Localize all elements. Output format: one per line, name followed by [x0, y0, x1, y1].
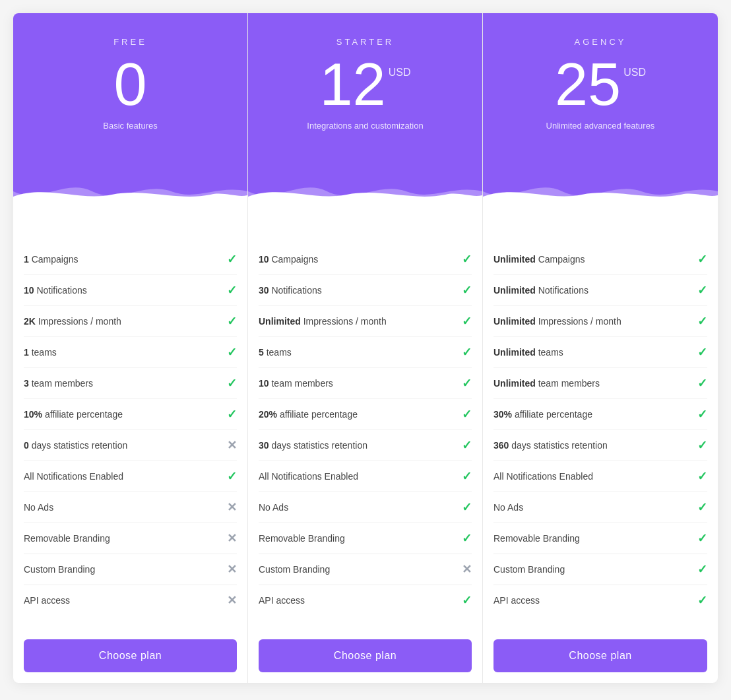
feature-row: Removable Branding✓ — [493, 523, 707, 554]
feature-text: 2K Impressions / month — [24, 316, 121, 327]
check-icon: ✓ — [697, 531, 707, 546]
choose-plan-button-starter[interactable]: Choose plan — [259, 639, 472, 672]
feature-text: Unlimited teams — [493, 347, 563, 358]
feature-text: Unlimited Notifications — [493, 285, 588, 296]
check-icon: ✓ — [462, 376, 472, 391]
feature-row: 360 days statistics retention✓ — [493, 430, 707, 461]
check-icon: ✓ — [697, 345, 707, 360]
feature-row: 10% affiliate percentage✓ — [24, 399, 237, 430]
feature-row: 30 Notifications✓ — [259, 275, 472, 306]
check-icon: ✓ — [462, 469, 472, 484]
feature-text: No Ads — [259, 502, 288, 513]
check-icon: ✓ — [462, 438, 472, 453]
feature-text: Unlimited team members — [493, 378, 600, 389]
plan-cta-wrap-agency: Choose plan — [483, 629, 718, 683]
feature-row: All Notifications Enabled✓ — [493, 461, 707, 492]
plan-subtitle-free: Basic features — [26, 121, 234, 144]
plan-cta-wrap-free: Choose plan — [13, 629, 247, 683]
plan-name-free: FREE — [26, 37, 234, 47]
plan-features-starter: 10 Campaigns✓30 Notifications✓Unlimited … — [248, 231, 482, 629]
feature-row: Unlimited teams✓ — [493, 337, 707, 368]
check-icon: ✓ — [227, 469, 237, 484]
feature-row: Removable Branding✓ — [259, 523, 472, 554]
feature-text: 30 days statistics retention — [259, 440, 367, 451]
feature-text: API access — [24, 595, 70, 606]
check-icon: ✓ — [462, 314, 472, 329]
feature-text: Unlimited Campaigns — [493, 254, 585, 265]
check-icon: ✓ — [227, 314, 237, 329]
cross-icon: ✕ — [227, 438, 237, 453]
feature-text: 10 team members — [259, 378, 333, 389]
check-icon: ✓ — [227, 283, 237, 298]
wave-free — [13, 172, 247, 205]
feature-text: API access — [493, 595, 540, 606]
plan-price-wrap-free: 0 — [26, 55, 234, 114]
feature-text: 3 team members — [24, 378, 93, 389]
plan-name-starter: STARTER — [261, 37, 469, 47]
feature-row: All Notifications Enabled✓ — [24, 461, 237, 492]
feature-row: 20% affiliate percentage✓ — [259, 399, 472, 430]
feature-row: API access✕ — [24, 585, 237, 616]
feature-text: Removable Branding — [259, 533, 345, 544]
feature-text: 30% affiliate percentage — [493, 409, 592, 420]
feature-row: No Ads✕ — [24, 492, 237, 523]
check-icon: ✓ — [697, 593, 707, 608]
feature-row: All Notifications Enabled✓ — [259, 461, 472, 492]
check-icon: ✓ — [697, 376, 707, 391]
feature-text: Custom Branding — [24, 564, 95, 575]
choose-plan-button-free[interactable]: Choose plan — [24, 639, 237, 672]
feature-text: Unlimited Impressions / month — [259, 316, 387, 327]
feature-row: 0 days statistics retention✕ — [24, 430, 237, 461]
feature-text: Removable Branding — [493, 533, 580, 544]
feature-row: 1 Campaigns✓ — [24, 244, 237, 275]
feature-row: Unlimited Impressions / month✓ — [259, 306, 472, 337]
feature-text: All Notifications Enabled — [259, 471, 358, 482]
feature-text: 10 Notifications — [24, 285, 87, 296]
check-icon: ✓ — [462, 407, 472, 422]
cross-icon: ✕ — [227, 562, 237, 577]
plan-subtitle-starter: Integrations and customization — [261, 121, 469, 144]
plan-cta-wrap-starter: Choose plan — [248, 629, 482, 683]
feature-text: Unlimited Impressions / month — [493, 316, 621, 327]
feature-row: 10 Notifications✓ — [24, 275, 237, 306]
feature-row: Unlimited Notifications✓ — [493, 275, 707, 306]
plan-price-agency: 25 — [555, 55, 621, 114]
plan-features-agency: Unlimited Campaigns✓Unlimited Notificati… — [483, 231, 718, 629]
check-icon: ✓ — [462, 283, 472, 298]
check-icon: ✓ — [697, 407, 707, 422]
feature-text: All Notifications Enabled — [493, 471, 593, 482]
plan-header-agency: AGENCY25USDUnlimited advanced features — [483, 13, 718, 172]
feature-text: No Ads — [493, 502, 523, 513]
feature-text: No Ads — [24, 502, 53, 513]
feature-row: API access✓ — [493, 585, 707, 616]
plan-col-agency: AGENCY25USDUnlimited advanced features U… — [483, 13, 718, 683]
check-icon: ✓ — [227, 252, 237, 267]
plan-currency-starter: USD — [389, 67, 411, 79]
feature-text: Removable Branding — [24, 533, 110, 544]
cross-icon: ✕ — [227, 531, 237, 546]
plan-col-starter: STARTER12USDIntegrations and customizati… — [248, 13, 483, 683]
feature-row: No Ads✓ — [493, 492, 707, 523]
feature-text: Custom Branding — [493, 564, 565, 575]
check-icon: ✓ — [462, 345, 472, 360]
check-icon: ✓ — [462, 500, 472, 515]
choose-plan-button-agency[interactable]: Choose plan — [493, 639, 707, 672]
plan-col-free: FREE0Basic features 1 Campaigns✓10 Notif… — [13, 13, 248, 683]
feature-row: Unlimited Impressions / month✓ — [493, 306, 707, 337]
feature-text: 5 teams — [259, 347, 292, 358]
check-icon: ✓ — [697, 283, 707, 298]
plan-name-agency: AGENCY — [496, 37, 705, 47]
feature-row: Custom Branding✕ — [24, 554, 237, 585]
check-icon: ✓ — [462, 252, 472, 267]
plan-price-free: 0 — [113, 55, 146, 114]
feature-text: Custom Branding — [259, 564, 330, 575]
plan-header-starter: STARTER12USDIntegrations and customizati… — [248, 13, 482, 172]
check-icon: ✓ — [227, 376, 237, 391]
check-icon: ✓ — [697, 314, 707, 329]
feature-text: 10 Campaigns — [259, 254, 318, 265]
feature-row: Unlimited Campaigns✓ — [493, 244, 707, 275]
plan-header-free: FREE0Basic features — [13, 13, 247, 172]
plan-subtitle-agency: Unlimited advanced features — [496, 121, 705, 144]
check-icon: ✓ — [697, 252, 707, 267]
check-icon: ✓ — [227, 345, 237, 360]
